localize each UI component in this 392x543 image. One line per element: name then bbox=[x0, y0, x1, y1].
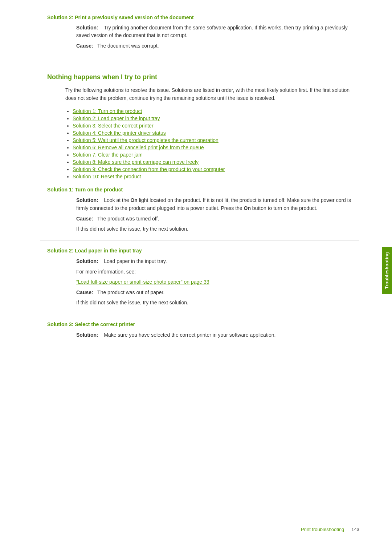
solution2-body: Solution: Load paper in the input tray. … bbox=[76, 257, 359, 307]
top-solution-heading: Solution 2: Print a previously saved ver… bbox=[47, 15, 359, 20]
solution1-cause: Cause: The product was turned off. bbox=[76, 215, 359, 223]
solution1-label: Solution: bbox=[76, 197, 98, 203]
footer-label: Print troubleshooting bbox=[301, 527, 344, 532]
solution1-body: Solution: Look at the On light located o… bbox=[76, 196, 359, 233]
solution1-part1: Look at the bbox=[104, 197, 130, 203]
solution1-bold1: On bbox=[130, 197, 137, 203]
side-tab-label: Troubleshooting bbox=[384, 252, 389, 289]
list-link-1[interactable]: Solution 1: Turn on the product bbox=[73, 108, 142, 114]
solution2-cause: Cause: The product was out of paper. bbox=[76, 288, 359, 296]
list-item: Solution 5: Wait until the product compl… bbox=[73, 137, 359, 143]
solution3-heading: Solution 3: Select the correct printer bbox=[47, 321, 359, 327]
main-section-intro: Try the following solutions to resolve t… bbox=[40, 86, 359, 102]
solution1-next: If this did not solve the issue, try the… bbox=[76, 225, 359, 233]
solution2-link: “Load full-size paper or small-size phot… bbox=[76, 278, 359, 286]
list-link-5[interactable]: Solution 5: Wait until the product compl… bbox=[73, 137, 219, 143]
side-tab: Troubleshooting bbox=[382, 247, 392, 294]
solution2-section: Solution 2: Load paper in the input tray… bbox=[40, 248, 359, 307]
solution2-cause-label: Cause: bbox=[76, 289, 93, 295]
solution2-next: If this did not solve the issue, try the… bbox=[76, 299, 359, 307]
top-section: Solution 2: Print a previously saved ver… bbox=[40, 15, 359, 58]
divider-top bbox=[40, 66, 359, 66]
list-link-8[interactable]: Solution 8: Make sure the print carriage… bbox=[73, 159, 199, 165]
solution1-heading: Solution 1: Turn on the product bbox=[47, 187, 359, 193]
list-link-7[interactable]: Solution 7: Clear the paper jam bbox=[73, 152, 143, 158]
list-item: Solution 10: Reset the product bbox=[73, 174, 359, 179]
solution3-section: Solution 3: Select the correct printer S… bbox=[40, 321, 359, 339]
solution2-cause-text: The product was out of paper. bbox=[97, 289, 164, 295]
page-footer: Print troubleshooting 143 bbox=[301, 527, 359, 532]
solution2-text: Solution: Load paper in the input tray. bbox=[76, 257, 359, 265]
solution1-text: Solution: Look at the On light located o… bbox=[76, 196, 359, 212]
list-link-6[interactable]: Solution 6: Remove all cancelled print j… bbox=[73, 145, 204, 150]
solution1-bold2: On bbox=[244, 205, 251, 211]
list-item: Solution 3: Select the correct printer bbox=[73, 123, 359, 129]
top-cause-label: Cause: bbox=[76, 43, 93, 49]
list-item: Solution 2: Load paper in the input tray bbox=[73, 116, 359, 121]
solution1-part3: button to turn on the product. bbox=[251, 205, 318, 211]
content-area: Solution 2: Print a previously saved ver… bbox=[40, 15, 359, 339]
list-item: Solution 7: Clear the paper jam bbox=[73, 152, 359, 158]
list-link-10[interactable]: Solution 10: Reset the product bbox=[73, 174, 141, 179]
divider-2 bbox=[40, 314, 359, 314]
solution1-cause-text: The product was turned off. bbox=[97, 216, 159, 222]
solution3-text: Solution: Make sure you have selected th… bbox=[76, 331, 359, 339]
solution2-link-anchor[interactable]: “Load full-size paper or small-size phot… bbox=[76, 279, 209, 285]
top-solution-label: Solution: bbox=[76, 25, 98, 31]
solution3-body: Solution: Make sure you have selected th… bbox=[76, 331, 359, 339]
top-solution-text: Solution: Try printing another document … bbox=[76, 24, 359, 39]
list-link-9[interactable]: Solution 9: Check the connection from th… bbox=[73, 166, 225, 172]
solution3-content: Make sure you have selected the correct … bbox=[104, 332, 275, 338]
list-item: Solution 1: Turn on the product bbox=[73, 108, 359, 114]
solution2-more-info: For more information, see: bbox=[76, 268, 359, 276]
solution1-cause-label: Cause: bbox=[76, 216, 93, 222]
solution2-label: Solution: bbox=[76, 258, 98, 264]
main-section-heading: Nothing happens when I try to print bbox=[40, 73, 359, 81]
page-container: Troubleshooting Solution 2: Print a prev… bbox=[0, 0, 392, 543]
solution3-label: Solution: bbox=[76, 332, 98, 338]
solution2-heading: Solution 2: Load paper in the input tray bbox=[47, 248, 359, 254]
list-link-4[interactable]: Solution 4: Check the printer driver sta… bbox=[73, 130, 166, 136]
divider-1 bbox=[40, 240, 359, 240]
list-link-3[interactable]: Solution 3: Select the correct printer bbox=[73, 123, 154, 129]
top-cause-text: The document was corrupt. bbox=[97, 43, 159, 49]
list-item: Solution 8: Make sure the print carriage… bbox=[73, 159, 359, 165]
list-link-2[interactable]: Solution 2: Load paper in the input tray bbox=[73, 116, 160, 121]
top-solution-body: Solution: Try printing another document … bbox=[76, 24, 359, 50]
footer-page-number: 143 bbox=[351, 527, 359, 532]
solution-list: Solution 1: Turn on the product Solution… bbox=[40, 108, 359, 179]
solution2-content: Load paper in the input tray. bbox=[104, 258, 167, 264]
list-item: Solution 6: Remove all cancelled print j… bbox=[73, 145, 359, 150]
list-item: Solution 9: Check the connection from th… bbox=[73, 166, 359, 172]
list-item: Solution 4: Check the printer driver sta… bbox=[73, 130, 359, 136]
top-solution-content: Try printing another document from the s… bbox=[76, 25, 348, 38]
top-cause-line: Cause: The document was corrupt. bbox=[76, 42, 359, 50]
solution1-section: Solution 1: Turn on the product Solution… bbox=[40, 187, 359, 233]
